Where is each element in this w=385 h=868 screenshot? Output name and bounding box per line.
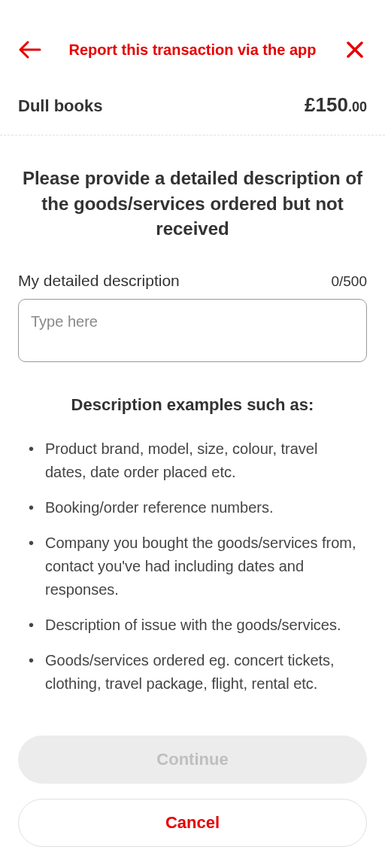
list-item: Company you bought the goods/services fr… [24, 531, 361, 602]
header-title: Report this transaction via the app [42, 41, 343, 59]
cancel-button[interactable]: Cancel [18, 799, 367, 847]
close-button[interactable] [343, 38, 367, 62]
transaction-amount: £150.00 [305, 93, 367, 117]
button-area: Continue Cancel [0, 722, 385, 868]
header-bar: Report this transaction via the app [0, 0, 385, 80]
examples-list: Product brand, model, size, colour, trav… [18, 437, 367, 696]
close-icon [347, 41, 363, 58]
amount-whole: 150 [316, 93, 348, 116]
field-label: My detailed description [18, 272, 180, 290]
list-item: Product brand, model, size, colour, trav… [24, 437, 361, 484]
question-text: Please provide a detailed description of… [18, 166, 367, 242]
field-label-row: My detailed description 0/500 [18, 272, 367, 290]
merchant-summary: Dull books £150.00 [0, 80, 385, 136]
amount-decimal: .00 [348, 99, 367, 114]
list-item: Description of issue with the goods/serv… [24, 614, 361, 637]
list-item: Goods/services ordered eg. concert ticke… [24, 649, 361, 696]
char-count: 0/500 [331, 273, 367, 290]
continue-button[interactable]: Continue [18, 736, 367, 784]
amount-currency: £ [305, 93, 315, 116]
merchant-name: Dull books [18, 96, 102, 116]
back-button[interactable] [18, 38, 42, 62]
examples-heading: Description examples such as: [18, 395, 367, 415]
form-content: Please provide a detailed description of… [0, 136, 385, 722]
list-item: Booking/order reference numbers. [24, 496, 361, 519]
description-input[interactable] [18, 299, 367, 362]
arrow-left-icon [19, 41, 41, 59]
